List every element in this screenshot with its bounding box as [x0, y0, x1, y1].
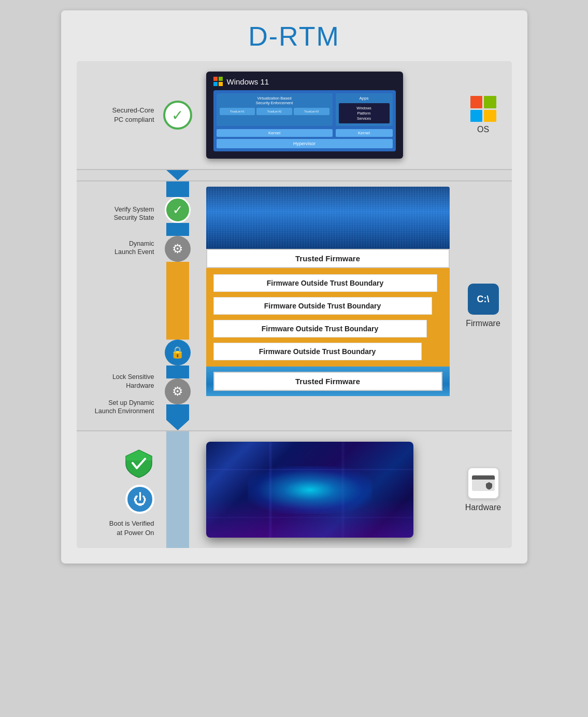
apps-label: Apps: [339, 96, 390, 101]
firmware-far-right: C:\ Firmware: [455, 181, 512, 430]
firmware-section: Verify SystemSecurity State DynamicLaunc…: [77, 180, 512, 431]
windows-logo: [213, 77, 223, 86]
dynamic-label-area: DynamicLaunch Event: [77, 235, 154, 261]
ms-sq-green: [484, 96, 496, 108]
trustlet-2: TrustLet #2: [256, 108, 292, 115]
platform-label: WindowsPlatformServices: [341, 106, 387, 121]
verify-icon: ✓: [165, 197, 191, 223]
os-spine-checkmark: ✓: [163, 101, 192, 130]
ms-sq-blue: [470, 110, 483, 122]
lock-label: Lock SensitiveHardware: [112, 373, 154, 390]
trustlet-row: TrustLet #1 TrustLet #2 TrustLet #3: [220, 108, 329, 115]
secured-core-label: Secured-CorePC compliant: [112, 106, 154, 124]
ms-sq-red: [470, 96, 483, 108]
power-button[interactable]: ⏻: [125, 485, 154, 514]
lock-label-area: Lock SensitiveHardware: [77, 369, 154, 395]
trustlet-1: TrustLet #1: [220, 108, 255, 115]
hardware-spine: [160, 431, 196, 548]
cmd-icon: C:\: [468, 284, 499, 315]
hw-stripe: [472, 475, 495, 480]
setup-icon: ⚙: [165, 378, 191, 404]
page-title: D-RTM: [77, 21, 512, 52]
vbs-box: Virtualization BasedSecurity Enforcement…: [217, 93, 333, 126]
blue-layer-texture: [206, 187, 450, 249]
blue-bottom-layer: Trusted Firmware: [206, 367, 450, 396]
os-spine: ✓: [160, 101, 196, 130]
os-fw-transition: [77, 170, 512, 180]
dynamic-label: DynamicLaunch Event: [114, 240, 154, 257]
win-logo-blue: [213, 82, 218, 86]
firmware-label: Firmware: [466, 319, 500, 328]
trusted-fw-top: Trusted Firmware: [206, 249, 450, 268]
os-far-right: OS: [455, 96, 512, 134]
boot-label: Boot is Verifiedat Power On: [109, 519, 154, 538]
kernel-right: Kernel: [336, 129, 393, 137]
verify-label-area: Verify SystemSecurity State: [77, 192, 154, 235]
windows11-box: Windows 11 Virtualization BasedSecurity …: [206, 72, 403, 159]
hardware-label: Hardware: [465, 503, 501, 512]
hardware-far-right: Hardware: [455, 431, 512, 548]
firmware-left-labels: Verify SystemSecurity State DynamicLaunc…: [77, 181, 160, 430]
hw-icon-box: [468, 468, 499, 499]
win11-title: Windows 11: [227, 77, 269, 86]
main-container: D-RTM Secured-CorePC compliant ✓: [61, 10, 527, 564]
win11-titlebar: Windows 11: [213, 77, 396, 86]
os-section: Secured-CorePC compliant ✓: [77, 61, 512, 170]
fw-outside-3: Firmware Outside Trust Boundary: [213, 320, 427, 338]
hw-shield-svg: [485, 482, 493, 490]
verify-label: Verify SystemSecurity State: [114, 205, 154, 222]
shield-icon-container: [123, 447, 154, 481]
hw-shield: [485, 482, 493, 490]
trustlet-3: TrustLet #3: [294, 108, 329, 115]
ms-sq-yellow: [484, 110, 496, 122]
hardware-section: ⏻ Boot is Verifiedat Power On: [77, 431, 512, 548]
shield-check-icon: [123, 447, 154, 479]
trusted-fw-bottom: Trusted Firmware: [213, 372, 442, 391]
fw-outside-1: Firmware Outside Trust Boundary: [213, 274, 437, 292]
os-right-visual: Windows 11 Virtualization BasedSecurity …: [196, 72, 455, 159]
vbs-label: Virtualization BasedSecurity Enforcement: [220, 96, 329, 105]
os-label: OS: [477, 125, 489, 134]
circuit-purple: [206, 499, 413, 538]
win11-content: Virtualization BasedSecurity Enforcement…: [213, 90, 396, 151]
fw-outside-4: Firmware Outside Trust Boundary: [213, 343, 422, 360]
hardware-left: ⏻ Boot is Verifiedat Power On: [77, 431, 160, 548]
win-logo-green: [219, 77, 223, 81]
win-logo-yellow: [219, 82, 223, 86]
platform-box: WindowsPlatformServices: [339, 103, 390, 123]
blue-top-layer: [206, 187, 450, 249]
fw-outside-2: Firmware Outside Trust Boundary: [213, 297, 432, 315]
os-left-label: Secured-CorePC compliant: [77, 106, 160, 124]
lock-icon: 🔒: [165, 340, 191, 365]
setup-label-area: Set up DynamicLaunch Environment: [77, 395, 154, 420]
circuit-board: [206, 442, 413, 538]
firmware-spine: ✓ ⚙ 🔒 ⚙: [160, 181, 196, 430]
setup-label: Set up DynamicLaunch Environment: [95, 399, 154, 416]
dynamic-icon: ⚙: [165, 236, 191, 262]
gold-area: Firmware Outside Trust Boundary Firmware…: [206, 268, 450, 367]
kernel-left: Kernel: [217, 129, 333, 137]
hypervisor-bar: Hypervisor: [217, 139, 393, 148]
apps-box: Apps WindowsPlatformServices: [336, 93, 393, 126]
hardware-right-visual: [196, 431, 455, 548]
firmware-right-visual: Trusted Firmware Firmware Outside Trust …: [196, 181, 455, 430]
ms-logo: [470, 96, 496, 122]
win-logo-red: [213, 77, 218, 81]
hw-card: [472, 475, 495, 491]
